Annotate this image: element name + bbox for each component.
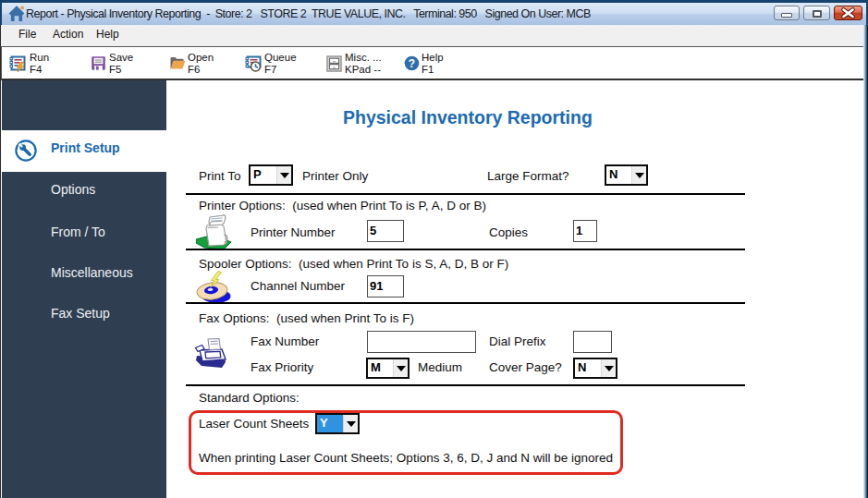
svg-text:?: ? [409,57,415,70]
